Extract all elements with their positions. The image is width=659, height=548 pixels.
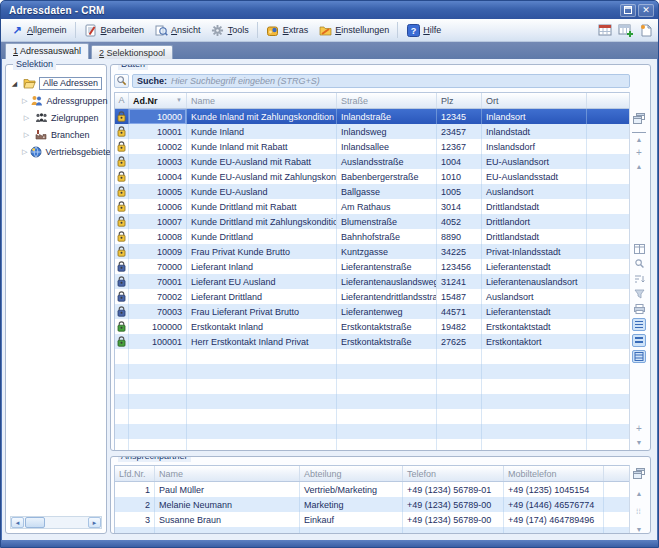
col-header-mobiltelefon[interactable]: Mobiltelefon <box>504 466 604 481</box>
cell-ort <box>482 409 587 424</box>
address-row[interactable]: 10003Kunde EU-Ausland mit RabattAuslands… <box>115 154 629 169</box>
selection-tree: ◢ Alle Adressen ▷ Adressgruppen ▷ <box>6 65 106 162</box>
cell-ort <box>482 394 587 409</box>
menu-allgemein[interactable]: ↗ Allgemein <box>5 21 72 39</box>
address-row[interactable]: 10000Kunde Inland mit Zahlungskondition … <box>115 109 629 124</box>
col-header-contact-name[interactable]: Name <box>155 466 300 481</box>
grip-icon[interactable]: ⦙⦙ <box>632 505 646 518</box>
empty-cell <box>115 394 129 409</box>
contact-row[interactable]: 1Paul MüllerVertrieb/Marketing+49 (1234)… <box>115 482 629 497</box>
col-header-ort[interactable]: Ort <box>482 93 587 108</box>
address-row[interactable]: 10008Kunde DrittlandBahnhofstraße8890Dri… <box>115 229 629 244</box>
col-header-telefon[interactable]: Telefon <box>403 466 504 481</box>
sales-territories-globe-icon <box>30 146 42 158</box>
empty-cell <box>115 379 129 394</box>
tree-item-zielgruppen[interactable]: ▷ Zielgruppen <box>10 109 104 126</box>
col-header-strasse[interactable]: Straße <box>337 93 437 108</box>
contacts-table: Lfd.Nr. Name Abteilung Telefon Mobiltele… <box>114 465 630 534</box>
address-row[interactable]: 70003Frau Lieferant Privat BruttoLiefera… <box>115 304 629 319</box>
cell-abteilung: Vertrieb/Marketing <box>300 482 403 497</box>
close-icon[interactable]: ✕ <box>638 4 654 17</box>
menu-tools[interactable]: Tools <box>206 21 254 39</box>
scroll-down-icon[interactable]: ▼ <box>632 523 646 534</box>
scroll-left-icon[interactable]: ◄ <box>11 517 24 528</box>
address-row[interactable]: 10006Kunde Drittland mit RabattAm Rathau… <box>115 199 629 214</box>
expander-closed-icon[interactable]: ▷ <box>22 148 27 156</box>
cell-name <box>187 349 337 364</box>
menu-hilfe[interactable]: ? Hilfe <box>401 21 446 39</box>
cell-strasse <box>337 424 437 439</box>
column-chooser-icon[interactable] <box>632 112 646 125</box>
col-header-plz[interactable]: Plz <box>437 93 482 108</box>
expander-closed-icon[interactable]: ▷ <box>22 97 27 105</box>
address-row[interactable]: 10004Kunde EU-Ausland mit Zahlungskondti… <box>115 169 629 184</box>
record-lock-icon <box>115 139 129 154</box>
menu-bearbeiten[interactable]: Bearbeiten <box>79 21 150 39</box>
menu-extras[interactable]: Extras <box>261 21 314 39</box>
address-row[interactable]: 10002Kunde Inland mit RabattInlandsallee… <box>115 139 629 154</box>
col-header-name[interactable]: Name <box>187 93 337 108</box>
scroll-up-icon[interactable]: ▲ <box>632 487 646 500</box>
list-view-small-icon[interactable] <box>632 318 646 331</box>
card-view-icon[interactable] <box>632 242 646 255</box>
tab-adressauswahl[interactable]: 1 Adressauswahl <box>5 43 89 59</box>
contact-row[interactable]: 3Susanne BraunEinkauf+49 (1234) 56789-00… <box>115 512 629 527</box>
new-document-icon[interactable] <box>637 22 654 38</box>
address-row[interactable]: 100001Herr Erstkontakt Inland PrivatErst… <box>115 334 629 349</box>
scroll-right-icon[interactable]: ► <box>88 517 101 528</box>
scroll-bottom-icon[interactable]: ▼ <box>632 449 646 451</box>
contact-row[interactable]: 2Melanie NeumannMarketing+49 (1234) 5678… <box>115 497 629 512</box>
insert-icon[interactable]: + <box>632 422 646 435</box>
scroll-down-icon[interactable]: ▼ <box>632 436 646 449</box>
scroll-up-icon[interactable]: ▲ <box>632 160 646 173</box>
address-row[interactable]: 10009Frau Privat Kunde BruttoKuntzgasse3… <box>115 244 629 259</box>
scroll-top-icon[interactable]: ▲ <box>632 132 646 145</box>
daten-panel: Daten Suche: Hier Suchbegriff eingeben (… <box>110 64 651 451</box>
address-row[interactable]: 70002Lieferant DrittlandLieferantendritt… <box>115 289 629 304</box>
address-row[interactable]: 10001Kunde InlandInlandsweg23457Inlandst… <box>115 124 629 139</box>
address-row[interactable]: 70000Lieferant InlandLieferantenstraße12… <box>115 259 629 274</box>
restore-icon[interactable] <box>620 4 636 17</box>
address-row[interactable]: 70001Lieferant EU AuslandLieferantenausl… <box>115 274 629 289</box>
tree-item-alle-adressen[interactable]: ◢ Alle Adressen <box>10 75 104 92</box>
tree-horizontal-scrollbar[interactable]: ◄ ► <box>10 516 102 529</box>
column-chooser-icon[interactable] <box>632 467 646 480</box>
zoom-icon[interactable] <box>632 257 646 270</box>
expander-open-icon[interactable]: ◢ <box>10 80 19 88</box>
col-header-abteilung[interactable]: Abteilung <box>300 466 403 481</box>
cell-ort: Erstkontaktstadt <box>482 319 587 334</box>
record-lock-icon <box>115 304 129 319</box>
tree-item-adressgruppen[interactable]: ▷ Adressgruppen <box>10 92 104 109</box>
titlebar[interactable]: Adressdaten - CRM ✕ <box>1 1 658 19</box>
cell-ort: Auslandsort <box>482 184 587 199</box>
cell-strasse: Ballgasse <box>337 184 437 199</box>
col-header-lfdnr[interactable]: Lfd.Nr. <box>115 466 155 481</box>
expander-closed-icon[interactable]: ▷ <box>22 131 31 139</box>
menu-ansicht[interactable]: Ansicht <box>149 21 206 39</box>
table-export-icon[interactable] <box>597 22 614 38</box>
menu-einstellungen[interactable]: Einstellungen <box>313 21 394 39</box>
address-row[interactable]: 10007Kunde Drittland mit Zahlungskonditi… <box>115 214 629 229</box>
expander-closed-icon[interactable]: ▷ <box>22 114 31 122</box>
search-icon[interactable] <box>114 74 129 88</box>
scrollbar-thumb[interactable] <box>25 517 45 528</box>
address-row[interactable]: 100000Erstkontakt InlandErstkontaktstraß… <box>115 319 629 334</box>
table-add-icon[interactable] <box>617 22 634 38</box>
tree-item-branchen[interactable]: ▷ Branchen <box>10 126 104 143</box>
tree-item-vertriebsgebiete[interactable]: ▷ Vertriebsgebiete <box>10 143 104 160</box>
print-icon[interactable] <box>632 302 646 315</box>
col-header-a[interactable]: A <box>115 93 129 108</box>
cell-adnr: 100000 <box>129 319 187 334</box>
address-row[interactable]: 10005Kunde EU-AuslandBallgasse1005Auslan… <box>115 184 629 199</box>
cell-name: Kunde EU-Ausland mit Rabatt <box>187 154 337 169</box>
list-view-large-icon[interactable] <box>632 350 646 363</box>
sort-icon[interactable] <box>632 272 646 285</box>
filter-icon[interactable] <box>632 287 646 300</box>
record-lock-icon <box>115 154 129 169</box>
search-input[interactable]: Suche: Hier Suchbegriff eingeben (STRG+S… <box>132 74 630 88</box>
cell-name: Herr Erstkontakt Inland Privat <box>187 334 337 349</box>
tab-selektionspool[interactable]: 2 Selektionspool <box>91 45 173 59</box>
col-header-adnr[interactable]: Ad.Nr▼ <box>129 93 187 108</box>
list-view-medium-icon[interactable] <box>632 334 646 347</box>
add-row-icon[interactable]: + <box>632 146 646 159</box>
